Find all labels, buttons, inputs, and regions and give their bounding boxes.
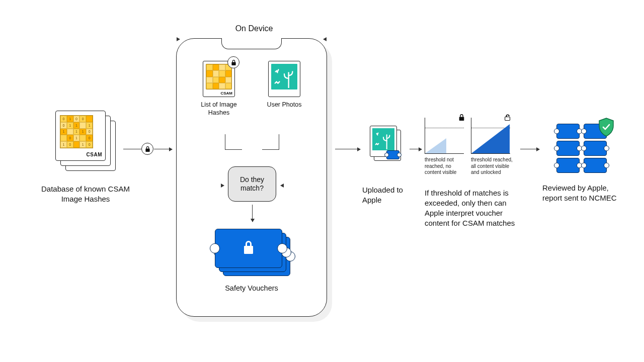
arrow-phone-to-upload <box>335 149 360 149</box>
lock-icon <box>227 56 239 68</box>
review-vouchers-grid <box>554 124 610 168</box>
lock-icon <box>141 143 153 155</box>
lock-closed-small-icon <box>458 114 465 123</box>
hash-grid-small-icon <box>206 64 232 89</box>
review-caption: Reviewed by Apple, report sent to NCMEC <box>542 183 622 204</box>
threshold-not-reached-chart-icon <box>425 118 464 154</box>
arrow-db-to-phone-tail <box>154 149 172 149</box>
arrow-db-to-phone <box>123 149 141 149</box>
hash-database-stack: 0100 0111 1110 010 1010 CSAM <box>55 111 116 171</box>
arrow-down-icon <box>252 205 253 222</box>
threshold-reached-chart-icon <box>471 118 510 154</box>
svg-marker-0 <box>425 138 446 153</box>
photo-cactus-small-icon <box>372 128 394 150</box>
stage-threshold: threshold not reached, no content visibl… <box>425 118 518 229</box>
user-photos-card: User Photos <box>266 61 302 117</box>
photo-cactus-icon <box>271 64 297 89</box>
shield-check-icon <box>598 118 615 137</box>
arrow-upload-to-threshold <box>410 149 422 149</box>
phone-outline: CSAM List of Image Hashes User Photos <box>176 38 327 317</box>
voucher-badge-icon <box>386 150 399 159</box>
uploaded-photo-stack <box>370 126 401 165</box>
stage-database: 0100 0111 1110 010 1010 CSAM Database of… <box>40 111 131 205</box>
match-question-box: Do they match? <box>228 166 276 202</box>
phone-notch <box>221 38 282 49</box>
chart-a-caption: threshold not reached, no content visibl… <box>425 157 464 176</box>
database-caption: Database of known CSAM Image Hashes <box>40 184 131 205</box>
image-hashes-card: CSAM List of Image Hashes <box>201 61 237 117</box>
csam-tag: CSAM <box>87 152 102 157</box>
vouchers-label: Safety Vouchers <box>177 284 327 292</box>
threshold-caption: If threshold of matches is exceeded, onl… <box>425 188 518 229</box>
lock-white-icon <box>242 240 255 257</box>
uploaded-caption: Uploaded to Apple <box>362 185 409 206</box>
chart-b-caption: threshold reached, all content visible a… <box>471 157 514 176</box>
on-device-title: On Device <box>176 24 332 33</box>
csam-tag-small: CSAM <box>220 91 232 96</box>
arrow-threshold-to-review <box>520 149 539 149</box>
hashes-label: List of Image Hashes <box>201 101 237 117</box>
stage-uploaded: Uploaded to Apple <box>362 126 409 206</box>
stage-review: Reviewed by Apple, report sent to NCMEC <box>542 124 622 204</box>
lock-open-small-icon <box>504 114 511 123</box>
hash-grid-icon: 0100 0111 1110 010 1010 <box>60 115 93 148</box>
svg-marker-1 <box>471 124 510 153</box>
photos-label: User Photos <box>266 101 302 109</box>
safety-vouchers-stack <box>215 229 290 277</box>
